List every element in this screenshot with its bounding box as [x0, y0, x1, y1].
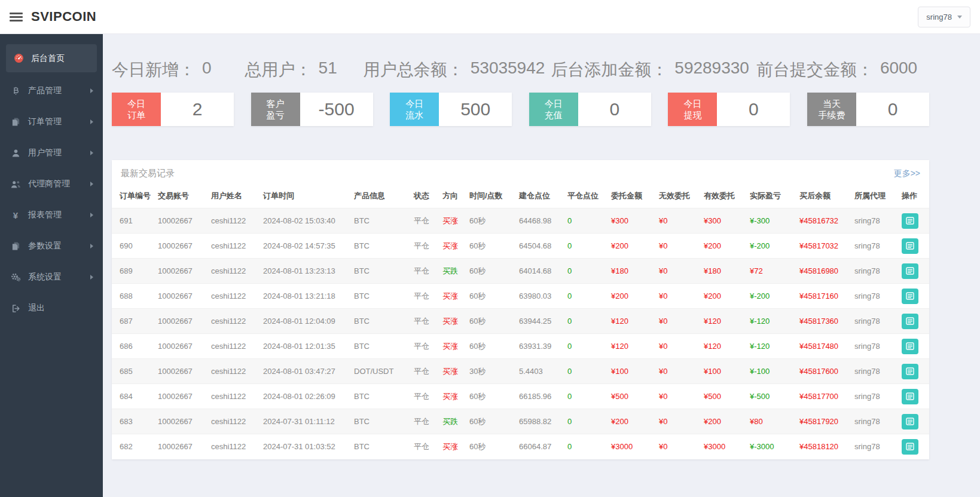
cell-id: 685 — [112, 359, 155, 384]
cell-close: 0 — [565, 359, 609, 384]
order-detail-button[interactable] — [902, 314, 918, 329]
cell-product: BTC — [352, 309, 411, 334]
cell-agent: sring78 — [852, 208, 899, 234]
cell-action — [899, 359, 929, 384]
card-value: 0 — [856, 93, 929, 126]
cell-direction: 买涨 — [440, 284, 467, 309]
main-content: 今日新增：0总用户：51用户总余额：53035942后台添加金额：5928933… — [103, 34, 980, 497]
cell-period: 30秒 — [467, 359, 517, 384]
card-value: 0 — [717, 93, 790, 126]
user-menu-button[interactable]: sring78 — [918, 7, 970, 27]
table-row: 68810002667ceshi11222024-08-01 13:21:18B… — [112, 284, 929, 309]
cell-amount: ¥200 — [609, 409, 657, 434]
card-today-turnover: 今日流水500 — [390, 93, 512, 126]
cell-time: 2024-08-01 13:23:13 — [261, 259, 352, 284]
sidebar-item-users[interactable]: 用户管理 — [0, 137, 103, 168]
params-icon — [10, 241, 22, 251]
cell-open: 64468.98 — [517, 208, 565, 234]
cell-close: 0 — [565, 384, 609, 409]
cell-invalid: ¥0 — [657, 284, 701, 309]
cell-agent: sring78 — [852, 359, 899, 384]
sidebar: 后台首页产品管理订单管理用户管理代理商管理¥报表管理参数设置系统设置退出 — [0, 34, 103, 497]
cell-action — [899, 334, 929, 359]
sidebar-item-params[interactable]: 参数设置 — [0, 231, 103, 262]
cell-product: BTC — [352, 334, 411, 359]
menu-toggle-icon[interactable] — [10, 8, 23, 26]
sidebar-item-agents[interactable]: 代理商管理 — [0, 168, 103, 200]
cell-balance: ¥45817032 — [797, 234, 852, 259]
table-row: 68410002667ceshi11222024-08-01 02:26:09B… — [112, 384, 929, 409]
order-detail-button[interactable] — [902, 289, 918, 304]
cell-status: 平仓 — [411, 359, 440, 384]
cell-close: 0 — [565, 259, 609, 284]
card-badge: 今日流水 — [390, 93, 439, 126]
sidebar-item-orders[interactable]: 订单管理 — [0, 106, 103, 137]
cell-time: 2024-07-31 01:03:52 — [261, 434, 352, 459]
cell-profit: ¥-3000 — [747, 434, 797, 459]
cell-name: ceshi1122 — [209, 284, 261, 309]
cell-status: 平仓 — [411, 259, 440, 284]
stat-value: 53035942 — [471, 59, 545, 81]
sidebar-item-products[interactable]: 产品管理 — [0, 75, 103, 106]
card-today-deposit: 今日充值0 — [529, 93, 651, 126]
cell-close: 0 — [565, 234, 609, 259]
cell-profit: ¥-120 — [747, 309, 797, 334]
cell-period: 60秒 — [467, 234, 517, 259]
order-detail-button[interactable] — [902, 439, 918, 455]
cell-profit: ¥-200 — [747, 284, 797, 309]
cell-valid: ¥500 — [701, 384, 747, 409]
cell-name: ceshi1122 — [209, 384, 261, 409]
sidebar-item-reports[interactable]: ¥报表管理 — [0, 200, 103, 231]
card-value: -500 — [300, 93, 373, 126]
cell-agent: sring78 — [852, 309, 899, 334]
more-link[interactable]: 更多>> — [894, 168, 920, 179]
cell-valid: ¥120 — [701, 309, 747, 334]
stat-label: 今日新增： — [112, 59, 196, 81]
table-row: 68710002667ceshi11222024-08-01 12:04:09B… — [112, 309, 929, 334]
order-detail-button[interactable] — [902, 213, 918, 229]
cell-invalid: ¥0 — [657, 434, 701, 459]
cell-invalid: ¥0 — [657, 208, 701, 234]
stat-value: 59289330 — [674, 59, 749, 81]
cell-time: 2024-08-01 03:47:27 — [261, 359, 352, 384]
cell-balance: ¥45817700 — [797, 384, 852, 409]
cell-time: 2024-08-01 13:21:18 — [261, 284, 352, 309]
cell-invalid: ¥0 — [657, 359, 701, 384]
cell-direction: 买跌 — [440, 259, 467, 284]
stat-users-total-balance: 用户总余额：53035942 — [364, 59, 545, 81]
cell-time: 2024-08-01 12:01:35 — [261, 334, 352, 359]
cell-close: 0 — [565, 409, 609, 434]
sidebar-item-logout[interactable]: 退出 — [0, 293, 103, 324]
card-badge: 今日订单 — [112, 93, 161, 126]
summary-stats-row: 今日新增：0总用户：51用户总余额：53035942后台添加金额：5928933… — [112, 59, 929, 81]
cell-account: 10002667 — [155, 334, 209, 359]
cell-status: 平仓 — [411, 409, 440, 434]
cell-balance: ¥45817600 — [797, 359, 852, 384]
order-detail-button[interactable] — [902, 364, 918, 379]
cell-name: ceshi1122 — [209, 309, 261, 334]
sidebar-item-system[interactable]: 系统设置 — [0, 262, 103, 293]
cell-account: 10002667 — [155, 409, 209, 434]
cell-amount: ¥3000 — [609, 434, 657, 459]
cell-status: 平仓 — [411, 284, 440, 309]
cell-account: 10002667 — [155, 208, 209, 234]
card-value: 0 — [578, 93, 651, 126]
order-detail-button[interactable] — [902, 389, 918, 404]
sidebar-item-label: 系统设置 — [28, 272, 62, 283]
cell-agent: sring78 — [852, 259, 899, 284]
order-detail-button[interactable] — [902, 414, 918, 429]
order-detail-button[interactable] — [902, 263, 918, 279]
dashboard-icon — [13, 53, 25, 63]
order-detail-button[interactable] — [902, 339, 918, 354]
cell-period: 60秒 — [467, 259, 517, 284]
chevron-right-icon — [90, 151, 93, 155]
order-detail-button[interactable] — [902, 238, 918, 254]
cell-action — [899, 384, 929, 409]
cell-agent: sring78 — [852, 284, 899, 309]
cell-amount: ¥200 — [609, 284, 657, 309]
cell-direction: 买涨 — [440, 359, 467, 384]
cell-product: BTC — [352, 384, 411, 409]
cell-id: 689 — [112, 259, 155, 284]
sidebar-item-dashboard[interactable]: 后台首页 — [6, 44, 97, 72]
cell-status: 平仓 — [411, 234, 440, 259]
